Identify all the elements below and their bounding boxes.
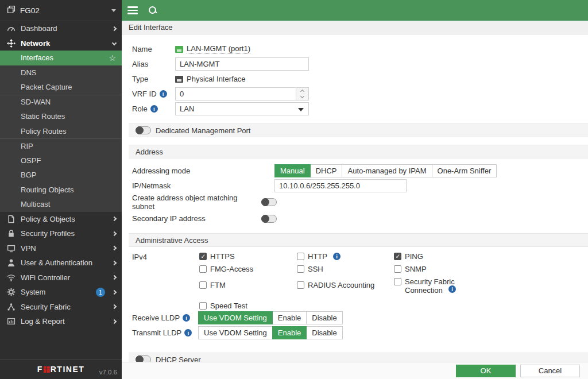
vrf-spinner-wrap <box>175 87 309 100</box>
vrf-row: VRF ID <box>122 87 588 101</box>
transmit-lldp-segments: Use VDOM Setting Enable Disable <box>198 326 343 339</box>
checkbox-icon <box>394 278 401 285</box>
dedicated-management-port-toggle[interactable] <box>136 126 151 134</box>
checkbox-icon <box>199 253 207 260</box>
sidebar-item-rip[interactable]: RIP <box>0 138 122 153</box>
checkbox-snmp[interactable]: SNMP <box>394 265 456 273</box>
address-section-header: Address <box>129 145 588 158</box>
dhcp-server-band: DHCP Server <box>129 353 588 362</box>
sidebar-item-static-routes[interactable]: Static Routes <box>0 109 122 124</box>
transmit-lldp-disable[interactable]: Disable <box>306 326 342 339</box>
cancel-button[interactable]: Cancel <box>520 365 580 377</box>
favorite-star-icon[interactable] <box>109 54 116 62</box>
sidebar-item-multicast[interactable]: Multicast <box>0 197 122 212</box>
sidebar-item-log-report[interactable]: Log & Report <box>0 314 122 329</box>
administrative-access-section-header: Administrative Access <box>129 233 588 247</box>
device-selector[interactable]: FG02 <box>0 0 122 21</box>
ip-netmask-input[interactable] <box>274 179 407 192</box>
checkbox-ping[interactable]: PING <box>394 252 456 261</box>
secondary-ip-toggle[interactable] <box>261 215 277 223</box>
sidebar-item-policy-objects[interactable]: Policy & Objects <box>0 212 122 227</box>
addressing-mode-label: Addressing mode <box>132 167 274 175</box>
alias-row: Alias <box>122 57 588 71</box>
transmit-lldp-label: Transmit LLDP <box>132 328 198 337</box>
addressing-mode-manual[interactable]: Manual <box>274 164 311 177</box>
checkbox-icon <box>199 281 207 289</box>
addressing-mode-ipam[interactable]: Auto-managed by IPAM <box>342 164 432 177</box>
sidebar-item-policy-routes[interactable]: Policy Routes <box>0 124 122 139</box>
sidebar-item-dns[interactable]: DNS <box>0 65 122 80</box>
receive-lldp-vdom[interactable]: Use VDOM Setting <box>198 311 273 324</box>
sidebar-item-system[interactable]: System 1 <box>0 285 122 300</box>
sidebar-item-ospf[interactable]: OSPF <box>0 153 122 168</box>
create-address-object-toggle[interactable] <box>261 198 277 206</box>
dedicated-management-port-label: Dedicated Management Port <box>156 126 250 135</box>
checkbox-icon <box>199 302 207 310</box>
sidebar-item-user-authentication[interactable]: User & Authentication <box>0 256 122 270</box>
sidebar-nav: Dashboard Network Interfaces DNS Packet … <box>0 21 122 359</box>
sidebar-item-sd-wan[interactable]: SD-WAN <box>0 95 122 110</box>
sidebar-item-network[interactable]: Network <box>0 36 122 51</box>
search-icon[interactable] <box>148 6 157 15</box>
checkbox-icon <box>394 265 401 273</box>
interface-port-icon <box>175 46 183 53</box>
checkbox-icon <box>394 253 401 260</box>
checkbox-security-fabric-connection[interactable]: Security Fabric Connection <box>394 277 456 295</box>
sidebar-item-bgp[interactable]: BGP <box>0 168 122 183</box>
sidebar-item-wifi-controller[interactable]: WiFi Controller <box>0 270 122 285</box>
chevron-right-icon <box>112 231 117 236</box>
checkbox-ftm[interactable]: FTM <box>199 281 297 289</box>
sidebar-item-security-profiles[interactable]: Security Profiles <box>0 226 122 241</box>
transmit-lldp-vdom[interactable]: Use VDOM Setting <box>198 326 273 339</box>
checkbox-fmg-access[interactable]: FMG-Access <box>199 265 297 273</box>
sidebar-item-interfaces[interactable]: Interfaces <box>0 51 122 65</box>
secondary-ip-row: Secondary IP address <box>122 211 588 226</box>
transmit-lldp-enable[interactable]: Enable <box>272 326 307 339</box>
addressing-mode-sniffer[interactable]: One-Arm Sniffer <box>432 164 497 177</box>
sidebar-item-security-fabric[interactable]: Security Fabric <box>0 300 122 315</box>
dhcp-server-label: DHCP Server <box>156 355 201 362</box>
chevron-right-icon <box>112 261 117 265</box>
form-footer: OK Cancel <box>122 362 588 379</box>
sidebar-item-dashboard[interactable]: Dashboard <box>0 21 122 36</box>
vrf-input[interactable] <box>175 87 309 100</box>
policy-objects-icon <box>7 215 16 223</box>
checkbox-https[interactable]: HTTPS <box>199 252 297 261</box>
dhcp-server-toggle[interactable] <box>136 355 151 362</box>
wifi-icon <box>7 273 16 282</box>
monitor-icon <box>7 244 16 253</box>
number-stepper[interactable] <box>296 88 308 100</box>
name-value: LAN-MGMT (port1) <box>187 44 250 54</box>
menu-icon[interactable] <box>127 6 138 14</box>
chevron-down-icon <box>112 41 117 45</box>
sidebar-item-vpn[interactable]: VPN <box>0 241 122 256</box>
checkbox-icon <box>297 265 304 273</box>
checkbox-radius-accounting[interactable]: RADIUS Accounting <box>297 281 394 289</box>
role-select[interactable]: LAN <box>175 102 309 115</box>
sidebar-item-packet-capture[interactable]: Packet Capture <box>0 80 122 95</box>
receive-lldp-disable[interactable]: Disable <box>306 311 342 324</box>
alias-label: Alias <box>132 60 175 68</box>
dashboard-icon <box>7 24 16 33</box>
ipv4-label: IPv4 <box>132 253 199 261</box>
role-label: Role <box>132 105 175 113</box>
alias-input[interactable] <box>175 57 309 71</box>
user-icon <box>7 258 16 267</box>
network-icon <box>7 39 16 48</box>
addressing-mode-dhcp[interactable]: DHCP <box>310 164 343 177</box>
ip-netmask-label: IP/Netmask <box>132 181 274 190</box>
page-title: Edit Interface <box>122 21 588 34</box>
checkbox-http[interactable]: HTTP <box>297 252 394 261</box>
checkbox-speed-test[interactable]: Speed Test <box>199 301 297 310</box>
type-label: Type <box>132 75 175 83</box>
firmware-version: v7.0.6 <box>99 369 117 376</box>
receive-lldp-enable[interactable]: Enable <box>272 311 307 324</box>
top-bar <box>122 0 588 21</box>
ok-button[interactable]: OK <box>456 365 516 377</box>
sidebar-item-routing-objects[interactable]: Routing Objects <box>0 183 122 198</box>
checkbox-ssh[interactable]: SSH <box>297 265 394 273</box>
chevron-right-icon <box>112 319 117 324</box>
checkbox-icon <box>297 281 304 289</box>
lock-icon <box>7 229 16 238</box>
gear-icon <box>7 288 16 296</box>
